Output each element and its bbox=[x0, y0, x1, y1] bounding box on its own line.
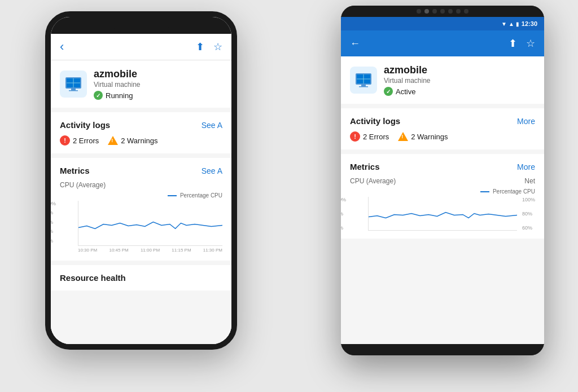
android-warnings-label: 2 Warnings bbox=[411, 133, 448, 141]
svg-rect-4 bbox=[67, 83, 73, 88]
android-chart-title: CPU (Average) bbox=[350, 177, 396, 185]
android-resource-type: Virtual machine bbox=[384, 77, 535, 85]
share-icon[interactable]: ⬆ bbox=[196, 41, 204, 53]
dot-5 bbox=[456, 9, 461, 14]
chart-x-labels: 10:30 PM10:45 PM11:00 PM11:15 PM11:30 PM bbox=[78, 248, 222, 253]
android-warning-icon bbox=[398, 131, 408, 142]
ios-header: ‹ ⬆ ☆ bbox=[51, 34, 231, 60]
android-status-bar: ▼ ▲ ▮ 12:30 bbox=[341, 17, 544, 30]
android-back-button[interactable]: ← bbox=[350, 38, 360, 50]
android-chart-y-labels-right: 100% 80% 60% bbox=[522, 197, 535, 231]
chart-container: CPU (Average) Percentage CPU 100%80%60%4… bbox=[60, 181, 222, 253]
activity-logs-link[interactable]: See A bbox=[202, 121, 222, 130]
android-app-header: ← ⬆ ☆ bbox=[341, 30, 544, 56]
back-button[interactable]: ‹ bbox=[60, 39, 64, 54]
activity-logs-title: Activity logs bbox=[60, 120, 110, 130]
android-activity-logs-header: Activity logs More bbox=[350, 116, 535, 126]
chart-legend: Percentage CPU bbox=[60, 192, 222, 199]
resource-name: azmobile bbox=[94, 68, 222, 80]
android-favorite-icon[interactable]: ☆ bbox=[526, 37, 535, 50]
chart-title: CPU (Average) bbox=[60, 181, 222, 189]
android-status-indicator bbox=[384, 87, 393, 96]
chart-y-labels: 100%80%60%40%20%0% bbox=[51, 201, 56, 253]
metrics-header: Metrics See A bbox=[60, 166, 222, 175]
android-activity-logs-section: Activity logs More ! 2 Errors 2 Warnings bbox=[341, 108, 544, 149]
status-label: Running bbox=[106, 91, 133, 100]
android-header-icons: ⬆ ☆ bbox=[509, 37, 535, 50]
svg-rect-2 bbox=[67, 78, 73, 83]
svg-rect-11 bbox=[364, 74, 371, 79]
status-indicator bbox=[94, 91, 103, 100]
warnings-item: 2 Warnings bbox=[108, 135, 157, 146]
android-chart-container: CPU (Average) Net Percentage CPU 100%80%… bbox=[350, 177, 535, 231]
windows-vm-icon bbox=[64, 75, 82, 93]
android-content: Activity logs More ! 2 Errors 2 Warnings bbox=[341, 104, 544, 344]
android-top-dots bbox=[341, 6, 544, 17]
errors-item: ! 2 Errors bbox=[60, 135, 99, 146]
battery-icon: ▮ bbox=[516, 21, 519, 27]
legend-line bbox=[168, 195, 177, 196]
camera-dot bbox=[424, 9, 429, 14]
resource-status: Running bbox=[94, 91, 222, 100]
warning-icon bbox=[108, 135, 118, 146]
android-resource-status: Active bbox=[384, 87, 535, 96]
warning-triangle bbox=[108, 136, 118, 145]
status-time: 12:30 bbox=[522, 20, 537, 27]
android-status-label: Active bbox=[396, 87, 415, 96]
iphone-device: ‹ ⬆ ☆ azmobile bbox=[45, 11, 237, 350]
metrics-section: Metrics See A CPU (Average) Percentage C… bbox=[51, 158, 231, 261]
svg-rect-7 bbox=[69, 90, 78, 91]
svg-rect-15 bbox=[359, 86, 368, 87]
android-share-icon[interactable]: ⬆ bbox=[509, 37, 517, 50]
android-chart-y-labels: 100%80%60% bbox=[341, 197, 346, 231]
iphone-notch-area bbox=[51, 17, 231, 34]
android-metrics-link[interactable]: More bbox=[517, 162, 535, 171]
dot-1 bbox=[417, 9, 421, 14]
svg-rect-3 bbox=[74, 78, 81, 83]
android-errors-label: 2 Errors bbox=[363, 133, 389, 141]
android-resource-icon bbox=[350, 67, 377, 94]
android-warning-triangle bbox=[398, 132, 408, 141]
android-activity-row: ! 2 Errors 2 Warnings bbox=[350, 131, 535, 142]
iphone-screen: ‹ ⬆ ☆ azmobile bbox=[51, 34, 231, 344]
resource-info: azmobile Virtual machine Running bbox=[94, 68, 222, 100]
warnings-label: 2 Warnings bbox=[121, 136, 157, 145]
svg-rect-12 bbox=[357, 80, 364, 84]
metrics-link[interactable]: See A bbox=[202, 166, 222, 175]
errors-label: 2 Errors bbox=[73, 136, 99, 145]
android-chart-wrapper: 100%80%60% 100% 80% 60% bbox=[350, 197, 535, 231]
chart-area bbox=[78, 201, 222, 246]
dot-3 bbox=[440, 9, 445, 14]
android-activity-logs-link[interactable]: More bbox=[517, 117, 535, 126]
metrics-title: Metrics bbox=[60, 166, 90, 175]
android-legend-line bbox=[480, 191, 489, 192]
android-chart-right-label: Net bbox=[524, 177, 535, 185]
android-chart-legend: Percentage CPU bbox=[350, 188, 535, 195]
android-resource-name: azmobile bbox=[384, 64, 535, 76]
resource-health-title: Resource health bbox=[60, 273, 222, 283]
wifi-icon: ▼ bbox=[501, 21, 507, 27]
android-legend-label: Percentage CPU bbox=[493, 188, 535, 195]
activity-logs-header: Activity logs See A bbox=[60, 120, 222, 130]
android-status-icons: ▼ ▲ ▮ bbox=[501, 21, 519, 27]
svg-rect-13 bbox=[364, 80, 371, 84]
dot-2 bbox=[432, 9, 437, 14]
android-metrics-section: Metrics More CPU (Average) Net Percentag… bbox=[341, 154, 544, 239]
signal-icon: ▲ bbox=[509, 21, 514, 27]
android-bottom-bar bbox=[341, 344, 544, 355]
svg-rect-5 bbox=[74, 83, 81, 88]
resource-icon bbox=[60, 71, 87, 98]
chart-wrapper: 100%80%60%40%20%0% 10:30 PM10:45 PM11:00… bbox=[60, 201, 222, 253]
ios-content: Activity logs See A ! 2 Errors 2 Warning… bbox=[51, 108, 231, 344]
error-icon: ! bbox=[60, 135, 70, 146]
activity-row: ! 2 Errors 2 Warnings bbox=[60, 135, 222, 146]
android-warnings-item: 2 Warnings bbox=[398, 131, 448, 142]
dot-4 bbox=[448, 9, 453, 14]
android-metrics-header: Metrics More bbox=[350, 162, 535, 171]
android-error-icon: ! bbox=[350, 131, 360, 142]
favorite-icon[interactable]: ☆ bbox=[213, 41, 222, 53]
resource-card: azmobile Virtual machine Running bbox=[51, 60, 231, 108]
android-resource-info: azmobile Virtual machine Active bbox=[384, 64, 535, 96]
android-device: ▼ ▲ ▮ 12:30 ← ⬆ ☆ bbox=[341, 6, 544, 355]
chart-svg bbox=[78, 201, 222, 245]
